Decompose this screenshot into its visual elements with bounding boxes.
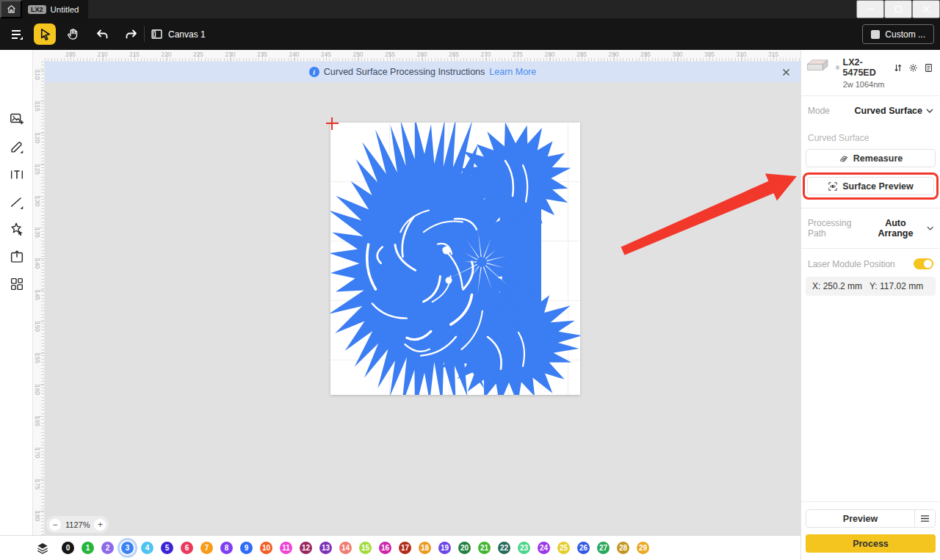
components-button[interactable] <box>6 273 27 294</box>
palette-color-17[interactable]: 17 <box>399 542 411 554</box>
close-button[interactable] <box>912 0 940 18</box>
processing-path-dropdown[interactable]: Auto Arrange <box>868 218 933 239</box>
palette-color-0[interactable]: 0 <box>62 542 74 554</box>
ruler-tick <box>41 487 44 487</box>
palette-color-10[interactable]: 10 <box>260 542 272 554</box>
ruler-label: 310 <box>736 51 746 58</box>
ruler-tick <box>214 58 215 61</box>
main-menu-button[interactable] <box>6 23 28 45</box>
ruler-tick <box>41 167 44 168</box>
import-file-button[interactable] <box>6 246 27 267</box>
palette-color-4[interactable]: 4 <box>141 542 153 554</box>
layers-button[interactable] <box>34 539 51 557</box>
banner-close-button[interactable] <box>778 65 793 79</box>
palette-color-12[interactable]: 12 <box>300 542 312 554</box>
device-row[interactable]: LX2-5475ED <box>801 50 940 95</box>
ruler-tick <box>786 58 787 61</box>
learn-more-link[interactable]: Learn More <box>489 67 536 77</box>
surface-preview-label: Surface Preview <box>842 181 914 192</box>
palette-color-11[interactable]: 11 <box>280 542 292 554</box>
dog-artwork[interactable] <box>330 123 580 395</box>
document-tab[interactable]: LX2 Untitled <box>22 0 88 18</box>
remeasure-button[interactable]: Remeasure <box>806 149 936 167</box>
draw-tool-button[interactable] <box>6 136 27 157</box>
surface-preview-button[interactable]: Surface Preview <box>807 177 934 195</box>
gear-icon <box>908 63 918 73</box>
ruler-label: 210 <box>97 51 107 58</box>
laser-module-toggle[interactable] <box>914 258 933 269</box>
ruler-tick <box>41 301 44 302</box>
ruler-tick <box>41 340 44 341</box>
process-button[interactable]: Process <box>806 534 936 553</box>
zoom-out-button[interactable]: − <box>49 519 61 531</box>
palette-color-21[interactable]: 21 <box>478 542 491 554</box>
shape-tool-button[interactable] <box>6 192 27 213</box>
palette-color-2[interactable]: 2 <box>101 542 114 554</box>
color-layer-palette: 0123456789101112131415161718192021222324… <box>62 542 649 554</box>
select-tool-button[interactable] <box>34 23 56 45</box>
ruler-tick <box>655 58 656 61</box>
ruler-tick <box>137 58 138 61</box>
minimize-button[interactable] <box>856 0 884 18</box>
ruler-tick <box>41 106 44 107</box>
mode-dropdown[interactable]: Curved Surface <box>855 106 933 116</box>
palette-color-8[interactable]: 8 <box>220 542 233 554</box>
device-settings-button[interactable] <box>907 62 919 73</box>
ruler-tick <box>489 58 490 61</box>
palette-color-3[interactable]: 3 <box>121 542 134 554</box>
ruler-tick <box>412 58 413 61</box>
palette-color-1[interactable]: 1 <box>82 542 94 554</box>
ruler-tick <box>748 58 748 61</box>
palette-color-29[interactable]: 29 <box>637 542 649 554</box>
ruler-tick <box>41 250 44 251</box>
ruler-tick <box>41 390 44 391</box>
palette-color-15[interactable]: 15 <box>359 542 372 554</box>
home-button[interactable] <box>0 0 22 18</box>
ruler-tick <box>41 148 44 148</box>
palette-color-22[interactable]: 22 <box>498 542 510 554</box>
preview-options-button[interactable] <box>914 510 935 527</box>
palette-color-26[interactable]: 26 <box>577 542 590 554</box>
palette-color-18[interactable]: 18 <box>419 542 431 554</box>
zoom-in-button[interactable]: + <box>94 519 106 531</box>
text-tool-button[interactable] <box>6 164 27 185</box>
palette-color-14[interactable]: 14 <box>339 542 352 554</box>
ruler-tick <box>754 58 755 61</box>
custom-material-button[interactable]: Custom ... <box>862 24 934 44</box>
palette-color-19[interactable]: 19 <box>438 542 451 554</box>
ruler-tick <box>41 442 44 443</box>
ruler-tick <box>185 58 186 61</box>
artboard[interactable] <box>330 123 580 395</box>
ruler-tick <box>41 170 44 171</box>
device-log-button[interactable] <box>922 62 934 73</box>
palette-color-16[interactable]: 16 <box>379 542 391 554</box>
device-switch-button[interactable] <box>892 62 903 73</box>
undo-button[interactable] <box>91 23 113 45</box>
palette-color-20[interactable]: 20 <box>458 542 471 554</box>
ruler-tick <box>313 58 314 61</box>
redo-button[interactable] <box>120 23 142 45</box>
palette-color-5[interactable]: 5 <box>161 542 173 554</box>
insert-image-button[interactable] <box>6 108 27 129</box>
ruler-tick <box>41 74 44 75</box>
maximize-button[interactable] <box>884 0 912 18</box>
palette-color-24[interactable]: 24 <box>538 542 550 554</box>
preview-button[interactable]: Preview <box>806 509 936 528</box>
dog-eye <box>443 247 451 255</box>
hand-tool-button[interactable] <box>62 23 84 45</box>
palette-color-6[interactable]: 6 <box>181 542 193 554</box>
ruler-tick <box>41 468 44 468</box>
ruler-tick <box>617 58 618 61</box>
palette-color-25[interactable]: 25 <box>557 542 570 554</box>
palette-color-28[interactable]: 28 <box>617 542 629 554</box>
palette-color-27[interactable]: 27 <box>597 542 610 554</box>
processing-panel: LX2-5475ED <box>800 50 940 560</box>
ai-magic-tool-button[interactable] <box>6 218 27 239</box>
palette-color-7[interactable]: 7 <box>200 542 213 554</box>
palette-color-9[interactable]: 9 <box>240 542 253 554</box>
palette-color-13[interactable]: 13 <box>319 542 332 554</box>
canvas-area[interactable]: i Curved Surface Processing Instructions… <box>45 62 800 535</box>
toolbar-separator <box>144 26 145 42</box>
palette-color-23[interactable]: 23 <box>518 542 530 554</box>
canvas-selector[interactable]: Canvas 1 <box>151 23 206 45</box>
